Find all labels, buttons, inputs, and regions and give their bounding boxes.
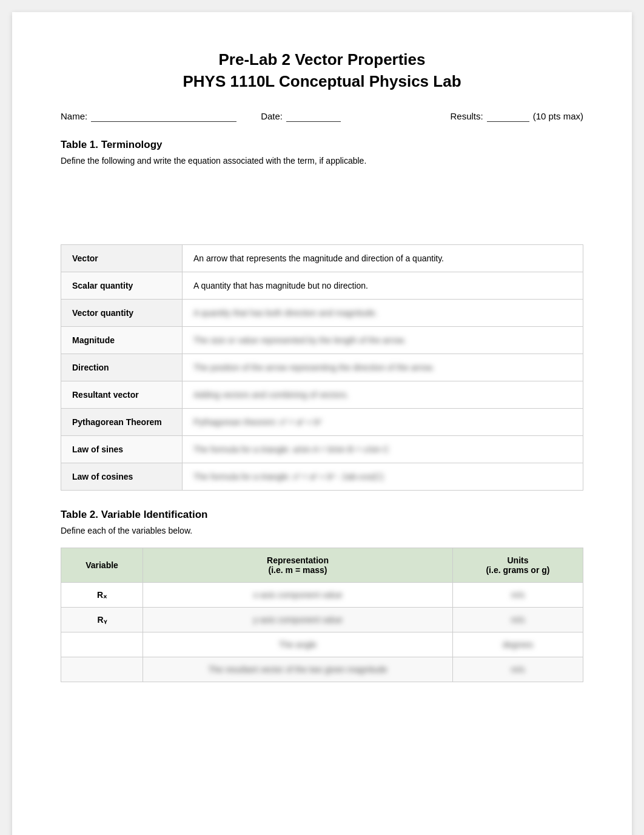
results-field-group: Results: (10 pts max)	[450, 111, 583, 122]
results-label: Results:	[450, 111, 483, 121]
definition-cell: A quantity that has both direction and m…	[183, 299, 583, 326]
table2-section: Table 2. Variable Identification Define …	[61, 509, 583, 535]
table-row: Rₓx-axis component valuem/s	[61, 582, 583, 607]
blank-drawing-area	[61, 178, 583, 244]
table2-desc: Define each of the variables below.	[61, 526, 583, 535]
page-title: Pre-Lab 2 Vector Properties PHYS 1110L C…	[61, 49, 583, 93]
table-row: Vector quantityA quantity that has both …	[61, 299, 583, 326]
table-row: MagnitudeThe size or value represented b…	[61, 326, 583, 354]
definition-cell: A quantity that has magnitude but no dir…	[183, 272, 583, 299]
variable-cell	[61, 657, 143, 682]
term-cell: Vector quantity	[61, 299, 183, 326]
name-label: Name:	[61, 111, 87, 121]
definition-cell: The position of the arrow representing t…	[183, 354, 583, 381]
term-cell: Magnitude	[61, 326, 183, 354]
table1-desc: Define the following and write the equat…	[61, 156, 583, 166]
column-header: Units(i.e. grams or g)	[452, 548, 583, 582]
term-cell: Law of sines	[61, 435, 183, 463]
representation-cell: The resultant vector of the two given ma…	[143, 657, 453, 682]
table2-title: Table 2. Variable Identification	[61, 509, 583, 521]
table1-section: Table 1. Terminology Define the followin…	[61, 139, 583, 166]
representation-cell: x-axis component value	[143, 582, 453, 607]
variable-cell	[61, 632, 143, 657]
table-row: Law of cosinesThe formula for a triangle…	[61, 463, 583, 490]
term-cell: Direction	[61, 354, 183, 381]
variable-cell: Rᵧ	[61, 607, 143, 632]
date-field-group: Date:	[261, 111, 341, 122]
definition-cell: Adding vectors and combining of vectors.	[183, 381, 583, 408]
column-header: Variable	[61, 548, 143, 582]
definition-cell: The size or value represented by the len…	[183, 326, 583, 354]
term-cell: Pythagorean Theorem	[61, 408, 183, 435]
units-cell: m/s	[452, 582, 583, 607]
table-row: Scalar quantityA quantity that has magni…	[61, 272, 583, 299]
title-section: Pre-Lab 2 Vector Properties PHYS 1110L C…	[61, 49, 583, 93]
units-cell: m/s	[452, 657, 583, 682]
variable-table-container: VariableRepresentation(i.e. m = mass)Uni…	[61, 548, 583, 682]
variable-cell: Rₓ	[61, 582, 143, 607]
units-cell: m/s	[452, 607, 583, 632]
term-cell: Law of cosines	[61, 463, 183, 490]
variable-table: VariableRepresentation(i.e. m = mass)Uni…	[61, 548, 583, 682]
units-cell: degrees	[452, 632, 583, 657]
column-header: Representation(i.e. m = mass)	[143, 548, 453, 582]
representation-cell: y-axis component value	[143, 607, 453, 632]
table-row: Law of sinesThe formula for a triangle: …	[61, 435, 583, 463]
header-fields: Name: Date: Results: (10 pts max)	[61, 111, 583, 122]
date-input-line[interactable]	[286, 111, 341, 122]
table1-title: Table 1. Terminology	[61, 139, 583, 151]
table-row: DirectionThe position of the arrow repre…	[61, 354, 583, 381]
name-input-line[interactable]	[91, 111, 236, 122]
table-row: Resultant vectorAdding vectors and combi…	[61, 381, 583, 408]
table-row: Pythagorean TheoremPythagorean theorem: …	[61, 408, 583, 435]
terminology-table: VectorAn arrow that represents the magni…	[61, 244, 583, 491]
table-row: The resultant vector of the two given ma…	[61, 657, 583, 682]
term-cell: Scalar quantity	[61, 272, 183, 299]
name-field-group: Name:	[61, 111, 236, 122]
title-line1: Pre-Lab 2 Vector Properties	[218, 50, 425, 69]
table-row: Rᵧy-axis component valuem/s	[61, 607, 583, 632]
results-input-line[interactable]	[487, 111, 529, 122]
definition-cell: An arrow that represents the magnitude a…	[183, 244, 583, 272]
table-row: The angledegrees	[61, 632, 583, 657]
representation-cell: The angle	[143, 632, 453, 657]
definition-cell: The formula for a triangle: c² = a² + b²…	[183, 463, 583, 490]
page: Pre-Lab 2 Vector Properties PHYS 1110L C…	[12, 12, 632, 835]
definition-cell: Pythagorean theorem: c² = a² + b²	[183, 408, 583, 435]
table-row: VectorAn arrow that represents the magni…	[61, 244, 583, 272]
results-max: (10 pts max)	[533, 111, 583, 121]
title-line2: PHYS 1110L Conceptual Physics Lab	[183, 72, 461, 90]
term-cell: Vector	[61, 244, 183, 272]
definition-cell: The formula for a triangle: a/sin A = b/…	[183, 435, 583, 463]
date-label: Date:	[261, 111, 283, 121]
term-cell: Resultant vector	[61, 381, 183, 408]
